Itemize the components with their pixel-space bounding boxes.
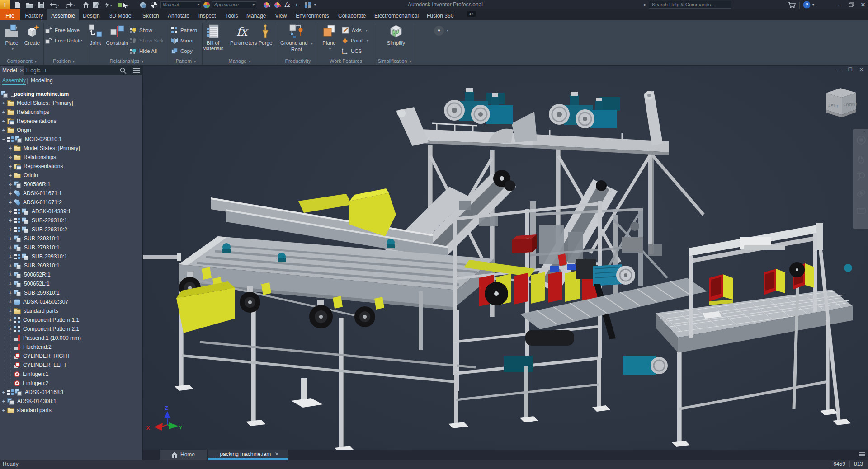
tree-item[interactable]: Einfügen:1 xyxy=(0,370,143,379)
update-icon[interactable]: ▾ xyxy=(104,1,113,9)
tree-item[interactable]: +Component Pattern 1:1 xyxy=(0,315,143,324)
tree-item[interactable]: +500652L:1 xyxy=(0,279,143,288)
ribbon-collapse-icon[interactable]: ▼ xyxy=(434,26,444,36)
search-input[interactable]: Search Help & Commands... xyxy=(649,1,731,9)
pattern-button[interactable]: Pattern xyxy=(171,26,197,34)
simplify-button[interactable]: Simplify xyxy=(382,24,410,46)
tree-item[interactable]: +500586R:1 xyxy=(0,180,143,189)
tab-tools[interactable]: Tools xyxy=(225,9,238,20)
tab-manage[interactable]: Manage xyxy=(246,9,265,20)
browser-menu-icon[interactable] xyxy=(133,68,140,69)
tree-item[interactable]: +SUB-269310:1 xyxy=(0,261,143,270)
tree-item[interactable]: +SUB-239310:1 xyxy=(0,234,143,243)
tree-item[interactable]: +Model States: [Primary] xyxy=(0,144,143,153)
tree-item[interactable]: +ADSK-014168:1 xyxy=(0,388,143,397)
tree-item[interactable]: +Component Pattern 2:1 xyxy=(0,324,143,333)
browser-view-modeling[interactable]: Modeling xyxy=(31,77,53,84)
ground-and-root-button[interactable]: Ground and ▾Root xyxy=(280,24,313,52)
parameters-button[interactable]: fx Parameters xyxy=(230,24,256,46)
navigation-bar[interactable]: ✕ xyxy=(853,129,868,229)
group-component[interactable]: Component▾ xyxy=(2,58,42,65)
free-rotate-button[interactable]: Free Rotate xyxy=(45,37,82,45)
tree-item[interactable]: +ADSK-014308:1 xyxy=(0,397,143,406)
tree-item[interactable]: +SUB-229310:2 xyxy=(0,225,143,234)
ucs-button[interactable]: UCS xyxy=(341,47,362,55)
purge-button[interactable]: Purge xyxy=(254,24,277,46)
tree-item[interactable]: +Model States: [Primary] xyxy=(0,98,143,108)
group-productivity[interactable]: Productivity xyxy=(278,58,318,65)
tree-item[interactable]: +standard parts xyxy=(0,406,143,415)
tree-item[interactable]: −MOD-029310:1 xyxy=(0,135,143,144)
axis-button[interactable]: Axis▾ xyxy=(342,26,368,34)
inventor-logo-icon[interactable]: I xyxy=(0,0,10,9)
material-ball-icon[interactable] xyxy=(139,1,147,9)
tab-factory[interactable]: Factory xyxy=(22,9,46,20)
constrain-button[interactable]: Constrain xyxy=(104,24,130,46)
tree-item[interactable]: +ADSK-011671:1 xyxy=(0,189,143,198)
redo-icon[interactable]: ▾ xyxy=(65,1,75,9)
tree-item[interactable]: +SUB-299310:1 xyxy=(0,252,143,261)
tab-fusion-360[interactable]: Fusion 360 xyxy=(427,9,453,20)
tree-item[interactable]: Passend:1 (10.000 mm) xyxy=(0,333,143,342)
tree-item[interactable]: Fluchtend:2 xyxy=(0,342,143,352)
minimize-button[interactable]: – xyxy=(835,0,844,9)
tree-item[interactable]: _packing machine.iam xyxy=(0,89,143,98)
tree-item[interactable]: +Origin xyxy=(0,171,143,180)
show-button[interactable]: Show xyxy=(129,26,152,34)
tree-item[interactable]: +Representations xyxy=(0,162,143,171)
tree-item[interactable]: +ADSK-014389:1 xyxy=(0,207,143,216)
adjust-add-icon[interactable]: + xyxy=(263,1,271,9)
tree-item[interactable]: +standard parts xyxy=(0,306,143,315)
color-wheel-icon[interactable] xyxy=(203,1,210,9)
tab-inspect[interactable]: Inspect xyxy=(198,9,216,20)
browser-search-icon[interactable] xyxy=(119,67,127,76)
bill-of-materials-button[interactable]: Bill ofMaterials xyxy=(200,24,226,51)
add-icon[interactable]: + xyxy=(295,1,298,9)
restore-button[interactable] xyxy=(846,0,856,9)
undo-icon[interactable]: ▾ xyxy=(49,1,60,9)
store-cart-icon[interactable] xyxy=(788,1,796,9)
material-dropdown[interactable]: Material▾ xyxy=(160,1,201,8)
tree-item[interactable]: CYLINDER_LEFT xyxy=(0,361,143,370)
sketch-icon[interactable] xyxy=(92,1,100,9)
mirror-button[interactable]: Mirror xyxy=(171,37,194,45)
tab-environments[interactable]: Environments xyxy=(296,9,329,20)
tab-sketch[interactable]: Sketch xyxy=(142,9,158,20)
home-icon[interactable] xyxy=(82,1,90,9)
tree-item[interactable]: +Origin xyxy=(0,126,143,135)
help-caret-icon[interactable]: ▾ xyxy=(812,1,814,9)
help-icon[interactable]: ? xyxy=(803,1,811,9)
active-document-tab[interactable]: _packing machine.iam✕ xyxy=(208,450,288,460)
tab-file[interactable]: File xyxy=(0,9,20,20)
tab-design[interactable]: Design xyxy=(82,9,101,20)
copy-button[interactable]: Copy xyxy=(171,47,193,55)
plane-button[interactable]: Plane▾ xyxy=(318,24,340,52)
adjust-clear-icon[interactable]: x xyxy=(274,1,282,9)
point-button[interactable]: Point▾ xyxy=(342,37,368,45)
save-icon[interactable] xyxy=(38,1,45,9)
tree-item[interactable]: +Relationships xyxy=(0,153,143,162)
tree-item[interactable]: +Representations xyxy=(0,117,143,126)
new-file-icon[interactable] xyxy=(14,1,21,9)
appearance-dropdown[interactable]: Appearance▾ xyxy=(212,1,256,8)
group-simplification[interactable]: Simplification▾ xyxy=(374,58,415,65)
tab-electromechanical[interactable]: Electromechanical xyxy=(374,9,418,20)
appearance-ball-icon[interactable] xyxy=(151,1,158,9)
fx-parameters-icon[interactable]: fx xyxy=(284,1,290,9)
tree-item[interactable]: +SUB-229310:1 xyxy=(0,216,143,225)
group-pattern[interactable]: Pattern▾ xyxy=(170,58,202,65)
group-position[interactable]: Position▾ xyxy=(43,58,84,65)
grid-icon[interactable] xyxy=(304,1,312,9)
tree-item[interactable]: +ADSK-014502:307 xyxy=(0,297,143,306)
hide-all-button[interactable]: Hide All xyxy=(129,47,157,55)
tab-assemble[interactable]: Assemble xyxy=(47,9,79,20)
home-document-tab[interactable]: Home xyxy=(160,450,207,460)
doctab-menu-icon[interactable] xyxy=(859,452,865,453)
group-relationships[interactable]: Relationships▾ xyxy=(90,58,163,65)
viewport-3d[interactable]: Z X Y – ❐ ✕ LEFT FRONT ✕ xyxy=(143,66,868,450)
tab-overflow-icon[interactable]: ◆▾ xyxy=(467,11,476,17)
open-file-icon[interactable] xyxy=(26,1,34,9)
tree-item[interactable]: +500652R:1 xyxy=(0,270,143,279)
browser-view-assembly[interactable]: Assembly xyxy=(2,77,26,85)
tree-item[interactable]: +SUB-259310:1 xyxy=(0,288,143,297)
